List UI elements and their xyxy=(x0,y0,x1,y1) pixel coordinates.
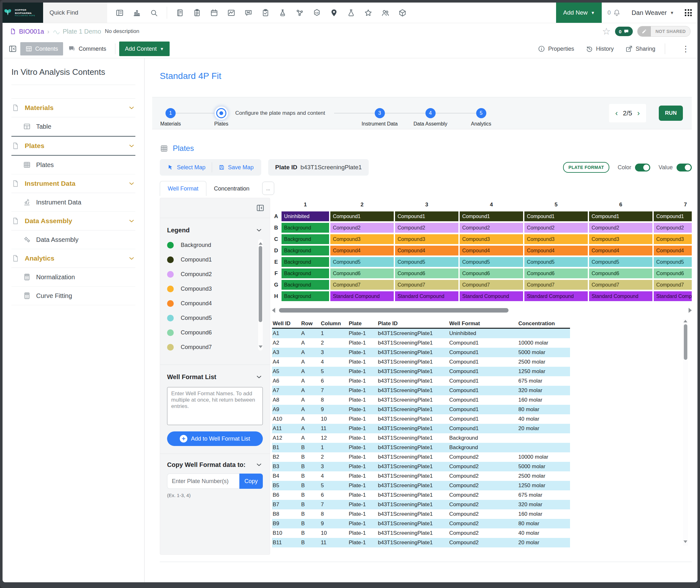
table-row[interactable]: A7A7Plate-1b43T1ScreeningPlate1Compound1… xyxy=(272,386,570,395)
table-row[interactable]: A4A4Plate-1b43T1ScreeningPlate1Compound1… xyxy=(272,357,570,367)
plate-well-cell[interactable]: Compound3 xyxy=(654,234,692,244)
quick-find-input[interactable]: Quick Find xyxy=(43,3,107,23)
plate-well-cell[interactable]: Background xyxy=(282,223,329,233)
plate-well-cell[interactable]: Compound6 xyxy=(460,268,523,278)
table-row[interactable]: A2A2Plate-1b43T1ScreeningPlate1Compound1… xyxy=(272,338,570,348)
clipboard-icon[interactable] xyxy=(193,9,201,17)
table-scroll-up-icon[interactable] xyxy=(684,320,687,322)
brand-logo[interactable]: HOPPER BIOPHARMA FOLLOWING HOPE xyxy=(3,3,43,23)
plate-well-cell[interactable]: Compound2 xyxy=(654,223,692,233)
plate-well-cell[interactable]: Compound2 xyxy=(330,223,394,233)
plate-well-cell[interactable]: Compound1 xyxy=(330,211,394,221)
plate-well-cell[interactable]: Compound3 xyxy=(524,234,588,244)
line-chart-icon[interactable] xyxy=(227,9,236,17)
table-row[interactable]: B1B1Plate-1b43T1ScreeningPlate1Backgroun… xyxy=(272,443,570,452)
plate-well-cell[interactable]: Compound4 xyxy=(589,246,652,255)
sidebar-section-instrument-data[interactable]: Instrument Data xyxy=(11,174,135,193)
bar-chart-icon[interactable] xyxy=(133,9,141,17)
sidebar-item-table[interactable]: Table xyxy=(11,117,135,136)
wfl-collapse-chevron[interactable] xyxy=(255,373,263,381)
copy-collapse-chevron[interactable] xyxy=(255,461,263,468)
table-row[interactable]: B7B7Plate-1b43T1ScreeningPlate1Compound2… xyxy=(272,500,570,509)
plate-well-cell[interactable]: Compound6 xyxy=(330,268,394,278)
tab-more-button[interactable]: ... xyxy=(262,182,274,195)
plate-numbers-input[interactable] xyxy=(167,474,239,489)
table-row[interactable]: B6B6Plate-1b43T1ScreeningPlate1Compound2… xyxy=(272,490,570,500)
plate-well-cell[interactable]: Background xyxy=(282,246,329,255)
plate-well-cell[interactable]: Compound4 xyxy=(330,246,394,255)
collapse-sidebar-button[interactable] xyxy=(7,43,18,55)
plate-well-cell[interactable]: Compound5 xyxy=(395,257,458,267)
task-list-icon[interactable] xyxy=(261,9,270,17)
user-menu[interactable]: Dan Weaver▼ xyxy=(626,3,679,23)
plate-well-cell[interactable]: Background xyxy=(282,280,329,290)
favorite-star-icon[interactable]: ☆ xyxy=(602,27,611,36)
plate-well-cell[interactable]: Compound3 xyxy=(330,234,394,244)
plate-well-cell[interactable]: Compound3 xyxy=(395,234,458,244)
legend-collapse-chevron[interactable] xyxy=(255,226,263,234)
table-row[interactable]: B11B11Plate-1b43T1ScreeningPlate1Compoun… xyxy=(272,538,570,547)
plate-well-cell[interactable]: Background xyxy=(282,257,329,267)
plate-well-cell[interactable]: Compound5 xyxy=(460,257,523,267)
table-row[interactable]: B5B5Plate-1b43T1ScreeningPlate1Compound2… xyxy=(272,481,570,490)
calendar-icon[interactable] xyxy=(210,9,218,17)
table-row[interactable]: A1A1Plate-1b43T1ScreeningPlate1Uninhibit… xyxy=(272,329,570,338)
legend-scroll-thumb[interactable] xyxy=(259,246,262,322)
plate-well-cell[interactable]: Compound2 xyxy=(460,223,523,233)
table-row[interactable]: B4B4Plate-1b43T1ScreeningPlate1Compound2… xyxy=(272,471,570,481)
plate-well-cell[interactable]: Compound5 xyxy=(654,257,692,267)
flask-icon[interactable] xyxy=(347,9,355,17)
table-vscrollbar[interactable] xyxy=(683,319,688,546)
plate-well-cell[interactable]: Compound4 xyxy=(524,246,588,255)
sidebar-section-plates[interactable]: Plates xyxy=(11,136,135,156)
table-row[interactable]: A8A8Plate-1b43T1ScreeningPlate1Compound1… xyxy=(272,395,570,405)
table-row[interactable]: A5A5Plate-1b43T1ScreeningPlate1Compound1… xyxy=(272,367,570,376)
plate-well-cell[interactable]: Compound1 xyxy=(460,211,523,221)
plate-well-cell[interactable]: Compound7 xyxy=(524,280,588,290)
plate-well-cell[interactable]: Background xyxy=(282,268,329,278)
table-row[interactable]: A10A10Plate-1b43T1ScreeningPlate1Compoun… xyxy=(272,414,570,424)
more-options-button[interactable]: ⋮ xyxy=(678,44,693,54)
plate-well-cell[interactable]: Compound2 xyxy=(524,223,588,233)
compound-badge-icon[interactable]: CD xyxy=(313,9,321,17)
table-scroll-thumb[interactable] xyxy=(684,324,687,360)
sidebar-item-data-assembly[interactable]: Data Assembly xyxy=(11,230,135,249)
plate-well-cell[interactable]: Standard Compound xyxy=(330,291,394,301)
comments-tab-button[interactable]: Comments xyxy=(63,42,111,55)
table-row[interactable]: B2B2Plate-1b43T1ScreeningPlate1Compound2… xyxy=(272,452,570,462)
plate-well-cell[interactable]: Standard Compound xyxy=(524,291,588,301)
well-format-names-input[interactable] xyxy=(167,387,263,425)
collapse-panel-icon[interactable] xyxy=(256,204,265,212)
table-scroll-down-icon[interactable] xyxy=(684,540,687,543)
plate-well-cell[interactable]: Compound1 xyxy=(395,211,458,221)
plate-well-cell[interactable]: Compound7 xyxy=(654,280,692,290)
plate-well-cell[interactable]: Compound1 xyxy=(654,211,692,221)
step-analytics[interactable]: 5Analytics xyxy=(476,108,486,118)
contents-tab-button[interactable]: Contents xyxy=(20,42,63,55)
plate-well-cell[interactable]: Compound6 xyxy=(589,268,652,278)
table-row[interactable]: A6A6Plate-1b43T1ScreeningPlate1Compound1… xyxy=(272,376,570,386)
tab-well-format[interactable]: Well Format xyxy=(160,181,206,196)
chat-workflow-icon[interactable] xyxy=(244,9,253,17)
location-pin-icon[interactable] xyxy=(330,9,338,17)
plate-well-cell[interactable]: Compound6 xyxy=(524,268,588,278)
sidebar-section-analytics[interactable]: Analytics xyxy=(11,249,135,268)
step-data-assembly[interactable]: 4Data Assembly xyxy=(425,108,436,118)
table-row[interactable]: B3B3Plate-1b43T1ScreeningPlate1Compound2… xyxy=(272,462,570,471)
sidebar-section-data-assembly[interactable]: Data Assembly xyxy=(11,212,135,230)
tab-concentration[interactable]: Concentration xyxy=(206,181,257,196)
add-to-well-format-list-button[interactable]: + Add to Well Format List xyxy=(167,431,263,446)
plate-well-cell[interactable]: Compound1 xyxy=(524,211,588,221)
users-icon[interactable] xyxy=(381,9,390,17)
history-button[interactable]: History xyxy=(586,45,614,53)
plate-well-cell[interactable]: Compound3 xyxy=(589,234,652,244)
legend-scrollbar[interactable] xyxy=(258,239,263,351)
search-icon[interactable] xyxy=(150,9,158,17)
plate-well-cell[interactable]: Compound7 xyxy=(589,280,652,290)
copy-button[interactable]: Copy xyxy=(239,474,263,489)
notebook-icon[interactable] xyxy=(176,9,184,17)
save-map-button[interactable]: Save Map xyxy=(212,164,260,171)
plate-well-cell[interactable]: Background xyxy=(282,234,329,244)
experiment-icon[interactable] xyxy=(278,9,287,17)
add-content-button[interactable]: Add Content▼ xyxy=(119,42,170,56)
